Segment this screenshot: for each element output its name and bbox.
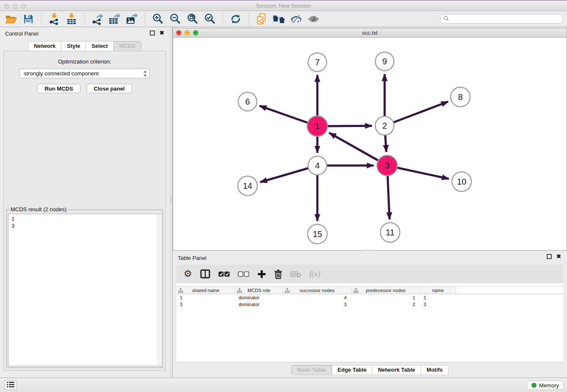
- tab-select[interactable]: Select: [86, 41, 113, 51]
- delete-table-icon: [290, 268, 301, 279]
- column-tree-icon: [285, 288, 290, 294]
- tab-edge-table[interactable]: Edge Table: [332, 365, 372, 375]
- tab-node-table[interactable]: Node Table: [291, 365, 332, 375]
- node-1[interactable]: 1: [307, 116, 328, 136]
- control-panel-title: Control Panel: [5, 30, 39, 37]
- tab-network[interactable]: Network: [28, 41, 61, 51]
- add-column-icon[interactable]: [257, 268, 266, 279]
- zoom-in-icon[interactable]: [151, 12, 165, 26]
- cell-predecessor-nodes[interactable]: 2: [352, 301, 420, 308]
- import-table-icon[interactable]: [65, 12, 78, 26]
- table-settings-icon[interactable]: ⚙: [184, 268, 192, 279]
- deselect-all-icon[interactable]: [238, 268, 249, 279]
- main-toolbar: [0, 11, 567, 27]
- result-scrollbar[interactable]: [157, 214, 161, 366]
- column-label: predecessor nodes: [366, 288, 406, 293]
- close-window-button[interactable]: [4, 4, 9, 9]
- column-label: name: [432, 288, 444, 293]
- home-fit-icon[interactable]: [272, 12, 286, 26]
- node-6[interactable]: 6: [238, 92, 257, 111]
- node-2[interactable]: 2: [375, 116, 394, 135]
- clone-network-icon[interactable]: [255, 12, 268, 26]
- node-11[interactable]: 11: [380, 223, 400, 242]
- zoom-window-button[interactable]: [21, 4, 26, 9]
- hide-selected-eye-icon[interactable]: [289, 12, 303, 26]
- cell-successor-nodes[interactable]: 4: [283, 294, 352, 301]
- svg-text:3: 3: [385, 161, 389, 170]
- node-4[interactable]: 4: [308, 156, 327, 175]
- search-box[interactable]: [440, 14, 563, 24]
- splitter-grip[interactable]: [170, 196, 172, 205]
- node-3[interactable]: 3: [377, 155, 397, 176]
- split-panel-icon[interactable]: [200, 268, 210, 279]
- node-7[interactable]: 7: [308, 53, 327, 72]
- node-8[interactable]: 8: [451, 87, 470, 107]
- float-table-panel-icon[interactable]: [547, 254, 552, 259]
- cell-successor-nodes[interactable]: 3: [283, 301, 352, 308]
- table-row-1[interactable]: 1dominator411: [176, 294, 563, 301]
- select-all-icon[interactable]: [218, 268, 230, 279]
- network-canvas[interactable]: 7968124314101511: [173, 38, 567, 250]
- toolbar-separator: [145, 13, 145, 25]
- optimization-criterion-select[interactable]: strongly connected component: [19, 69, 150, 78]
- node-table[interactable]: shared nameMCDS rolesuccessor nodesprede…: [176, 283, 563, 362]
- zoom-fit-icon[interactable]: [186, 12, 199, 26]
- close-panel-button[interactable]: Close panel: [87, 84, 132, 93]
- cell-mcds-role[interactable]: dominator: [235, 301, 283, 308]
- node-10[interactable]: 10: [452, 172, 471, 191]
- cell-mcds-role[interactable]: dominator: [235, 294, 283, 301]
- column-label: successor nodes: [300, 288, 335, 293]
- memory-button[interactable]: Memory: [527, 381, 564, 390]
- zoom-out-icon[interactable]: [168, 12, 182, 26]
- mcds-result-text[interactable]: 1 3: [8, 214, 161, 366]
- cell-shared-name[interactable]: 1: [176, 294, 235, 301]
- open-session-icon[interactable]: [4, 12, 18, 26]
- run-mcds-button[interactable]: Run MCDS: [37, 84, 80, 93]
- export-table-icon[interactable]: [108, 12, 121, 26]
- network-maximize-icon[interactable]: +: [193, 30, 198, 36]
- network-minimize-icon[interactable]: −: [184, 30, 190, 36]
- app-title: Session: New Session: [0, 1, 567, 11]
- search-input[interactable]: [451, 16, 559, 22]
- column-header-name[interactable]: name: [420, 287, 456, 294]
- export-image-icon[interactable]: [125, 12, 139, 26]
- delete-columns-icon[interactable]: [274, 268, 282, 279]
- cell-shared-name[interactable]: 3: [176, 301, 235, 308]
- apply-layout-icon[interactable]: [229, 12, 242, 26]
- svg-text:8: 8: [458, 92, 462, 102]
- svg-text:4: 4: [315, 161, 319, 170]
- network-close-icon[interactable]: ✕: [176, 30, 182, 36]
- float-panel-icon[interactable]: [150, 30, 155, 36]
- column-header-shared-name[interactable]: shared name: [176, 287, 235, 294]
- tab-network-table[interactable]: Network Table: [372, 365, 421, 375]
- save-session-icon[interactable]: [22, 12, 35, 26]
- tab-style[interactable]: Style: [61, 41, 86, 51]
- column-header-predecessor-nodes[interactable]: predecessor nodes: [352, 287, 420, 294]
- close-table-panel-icon[interactable]: ✖: [556, 254, 561, 259]
- minimize-window-button[interactable]: [13, 4, 18, 9]
- node-14[interactable]: 14: [238, 176, 257, 196]
- column-header-successor-nodes[interactable]: successor nodes: [283, 287, 352, 294]
- tab-motifs[interactable]: Motifs: [421, 365, 449, 375]
- toolbar-separator: [84, 13, 85, 25]
- node-15[interactable]: 15: [308, 224, 327, 244]
- cell-predecessor-nodes[interactable]: 1: [352, 294, 420, 301]
- close-panel-icon[interactable]: ✖: [160, 30, 164, 36]
- tab-mcds[interactable]: MCDS: [114, 41, 141, 51]
- node-9[interactable]: 9: [375, 52, 394, 71]
- zoom-selected-icon[interactable]: [203, 12, 217, 26]
- mcds-panel: Optimization criterion: strongly connect…: [3, 51, 166, 371]
- cell-name[interactable]: 1: [420, 294, 456, 301]
- toolbar-separator: [248, 13, 249, 25]
- vertical-splitter[interactable]: [169, 27, 173, 378]
- table-row-2[interactable]: 3dominator323: [176, 301, 563, 308]
- column-header-mcds-role[interactable]: MCDS role: [235, 287, 283, 294]
- edge-2-8[interactable]: [385, 102, 448, 126]
- import-network-icon[interactable]: [47, 12, 61, 26]
- window-traffic-lights: [4, 4, 26, 9]
- cell-name[interactable]: 3: [420, 301, 456, 308]
- status-bar: Memory: [0, 378, 567, 392]
- export-network-icon[interactable]: [91, 12, 104, 26]
- network-window-titlebar[interactable]: ✕ − + scc.txt: [173, 28, 567, 38]
- task-history-button[interactable]: [4, 381, 17, 390]
